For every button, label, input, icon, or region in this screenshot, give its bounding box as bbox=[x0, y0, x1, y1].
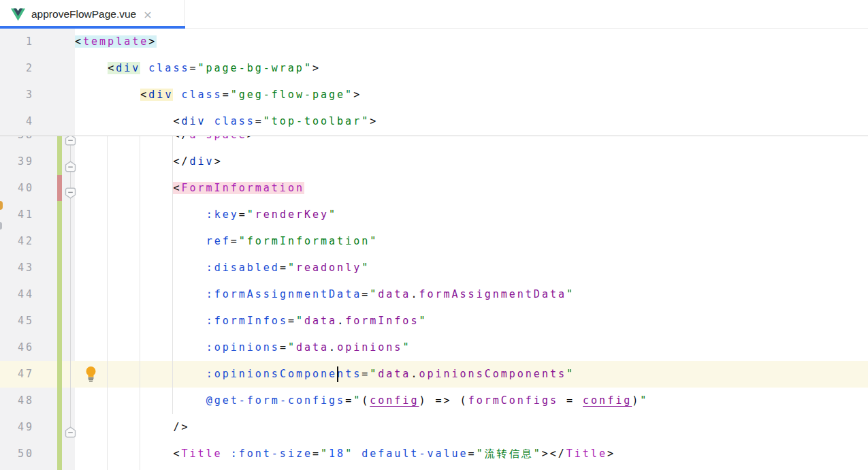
code-editor[interactable]: 38</a-space>39</div>40<FormInformation41… bbox=[0, 29, 868, 470]
tag-match-highlight: < bbox=[75, 35, 83, 48]
token: > bbox=[353, 89, 361, 101]
token: class bbox=[181, 89, 222, 101]
tag-match-highlight: > bbox=[148, 35, 157, 48]
tag-match-highlight: template bbox=[83, 35, 148, 48]
token: "top-toolbar" bbox=[263, 115, 370, 127]
token: class bbox=[214, 115, 255, 127]
vue-logo-icon bbox=[11, 8, 25, 21]
sticky-code-line-3[interactable]: 3<div class="geg-flow-page"> bbox=[0, 82, 868, 108]
tag-match-highlight: div bbox=[148, 89, 173, 101]
sticky-lines-area: 1<template>2<div class="page-bg-wrap">3<… bbox=[0, 29, 868, 470]
code-text: <template> bbox=[75, 29, 157, 55]
code-text: <div class="top-toolbar"> bbox=[173, 108, 378, 135]
token bbox=[173, 89, 181, 101]
line-number[interactable]: 2 bbox=[0, 55, 34, 82]
sticky-lines-panel: 1<template>2<div class="page-bg-wrap">3<… bbox=[0, 29, 868, 136]
line-number[interactable]: 1 bbox=[0, 29, 34, 55]
token: class bbox=[148, 62, 189, 74]
token: > bbox=[312, 62, 321, 74]
tag-match-highlight: < bbox=[108, 62, 116, 74]
token: = bbox=[189, 62, 197, 74]
line-number[interactable]: 4 bbox=[0, 108, 34, 135]
token: = bbox=[255, 115, 263, 127]
tag-match-highlight: div bbox=[116, 62, 140, 74]
editor-tab-bar: approveFlowPage.vue × bbox=[0, 0, 868, 29]
sticky-code-line-1[interactable]: 1<template> bbox=[0, 29, 868, 55]
tab-title: approveFlowPage.vue bbox=[31, 8, 136, 20]
token bbox=[140, 62, 148, 74]
ide-window: approveFlowPage.vue × 38</a-space>39</di… bbox=[0, 0, 868, 470]
token: < bbox=[173, 115, 181, 127]
token: "page-bg-wrap" bbox=[198, 62, 312, 74]
sticky-code-line-4[interactable]: 4<div class="top-toolbar"> bbox=[0, 108, 868, 135]
line-number[interactable]: 3 bbox=[0, 82, 34, 108]
sticky-code-line-2[interactable]: 2<div class="page-bg-wrap"> bbox=[0, 55, 868, 82]
active-tab-indicator bbox=[0, 26, 185, 29]
token bbox=[206, 115, 214, 127]
token: = bbox=[223, 89, 231, 101]
token: div bbox=[182, 115, 206, 127]
tag-match-highlight: < bbox=[140, 89, 148, 101]
code-text: <div class="page-bg-wrap"> bbox=[108, 55, 321, 82]
code-text: <div class="geg-flow-page"> bbox=[140, 82, 361, 108]
tab-approveflowpage[interactable]: approveFlowPage.vue × bbox=[0, 0, 185, 29]
token: "geg-flow-page" bbox=[231, 89, 353, 101]
close-icon[interactable]: × bbox=[143, 8, 152, 21]
token: > bbox=[370, 115, 378, 127]
